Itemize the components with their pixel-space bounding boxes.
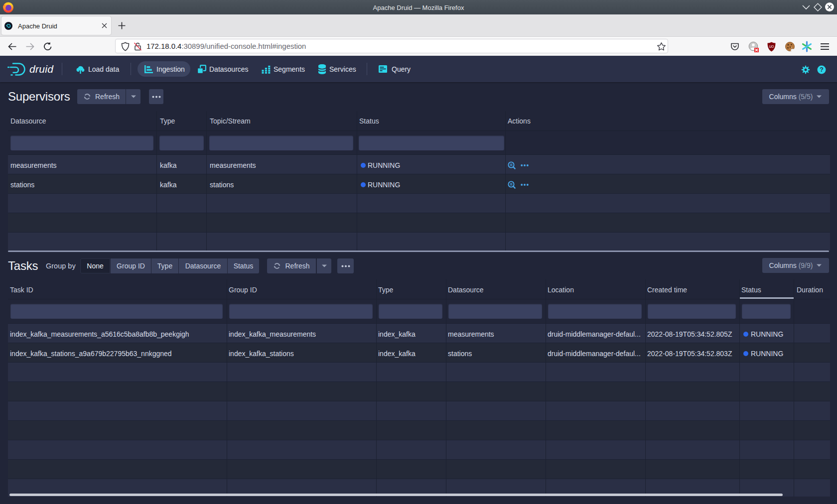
svg-text:?: ? (820, 66, 824, 73)
svg-text:UO: UO (769, 45, 774, 48)
